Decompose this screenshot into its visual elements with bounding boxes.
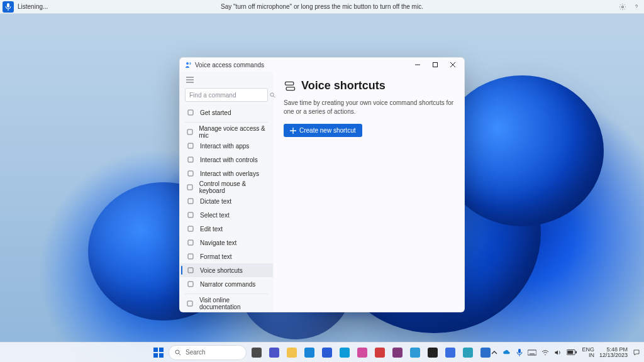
- nav-item-label: Visit online documentation: [199, 297, 267, 309]
- nav-item-label: Narrator commands: [200, 281, 255, 288]
- volume-icon[interactable]: [554, 349, 562, 356]
- clock[interactable]: 5:48 PM 12/13/2023: [599, 347, 628, 358]
- help-icon[interactable]: [633, 3, 640, 11]
- svg-rect-40: [528, 350, 536, 355]
- nav-item-icon: [186, 253, 195, 260]
- nav-item-label: Manage voice access & mic: [199, 125, 267, 139]
- nav-item-icon: [186, 184, 194, 191]
- mic-button[interactable]: [3, 1, 14, 13]
- taskbar-app-copilot[interactable]: [460, 345, 475, 360]
- svg-rect-17: [188, 157, 193, 162]
- svg-point-37: [175, 350, 179, 354]
- nav-item-label: Interact with controls: [200, 156, 258, 163]
- sidebar-item-control-mouse-keyboard[interactable]: Control mouse & keyboard: [180, 180, 273, 194]
- create-new-shortcut-button[interactable]: Create new shortcut: [284, 124, 362, 137]
- maximize-button[interactable]: [426, 58, 444, 72]
- svg-rect-33: [153, 348, 158, 352]
- sidebar-item-navigate-text[interactable]: Navigate text: [180, 236, 273, 250]
- taskbar-tray[interactable]: ENG IN 5:48 PM 12/13/2023: [491, 347, 640, 358]
- svg-rect-15: [187, 129, 192, 134]
- taskbar-app-snipping[interactable]: [372, 345, 387, 360]
- app-icon: [185, 61, 192, 69]
- hamburger-icon[interactable]: [180, 74, 273, 85]
- svg-rect-16: [188, 143, 193, 148]
- sidebar-item-manage-voice-access-mic[interactable]: Manage voice access & mic: [180, 125, 273, 139]
- minimize-button[interactable]: [409, 58, 426, 72]
- battery-icon[interactable]: [567, 349, 577, 355]
- taskbar-app-chat[interactable]: [267, 345, 282, 360]
- sidebar-item-dictate-text[interactable]: Dictate text: [180, 194, 273, 208]
- content-panel: Voice shortcuts Save time by creating yo…: [274, 72, 464, 312]
- voice-access-commands-window: Voice access commands Get startedManage …: [179, 57, 465, 312]
- sidebar-item-edit-text[interactable]: Edit text: [180, 222, 273, 236]
- settings-icon[interactable]: [619, 3, 626, 11]
- keyboard-icon[interactable]: [528, 349, 536, 356]
- start-button[interactable]: [151, 345, 166, 360]
- nav-item-icon: [186, 197, 195, 205]
- taskbar-app-explorer[interactable]: [284, 345, 299, 360]
- notifications-icon[interactable]: [633, 349, 640, 356]
- sidebar-item-visit-online-documentation[interactable]: Visit online documentation: [180, 297, 273, 309]
- sidebar-item-format-text[interactable]: Format text: [180, 250, 273, 263]
- svg-rect-27: [187, 301, 192, 306]
- nav-item-label: Interact with overlays: [200, 170, 259, 177]
- nav-item-icon: [186, 109, 195, 116]
- window-title: Voice access commands: [195, 62, 264, 69]
- svg-rect-0: [7, 3, 9, 8]
- titlebar[interactable]: Voice access commands: [180, 58, 464, 72]
- nav-item-label: Get started: [200, 109, 231, 116]
- sidebar-item-narrator-commands[interactable]: Narrator commands: [180, 277, 273, 291]
- input-language[interactable]: ENG IN: [582, 347, 594, 358]
- chevron-up-icon[interactable]: [491, 349, 497, 356]
- taskbar-app-todo[interactable]: [443, 345, 458, 360]
- svg-point-3: [186, 62, 189, 65]
- svg-point-1: [622, 6, 624, 8]
- sidebar-item-select-text[interactable]: Select text: [180, 208, 273, 222]
- command-search[interactable]: [185, 88, 268, 102]
- taskbar-app-task-view[interactable]: [249, 345, 264, 360]
- svg-line-38: [179, 353, 181, 355]
- panel-heading-text: Voice shortcuts: [301, 79, 386, 92]
- taskbar-app-accessibility[interactable]: [478, 345, 493, 360]
- sidebar-item-voice-shortcuts[interactable]: Voice shortcuts: [180, 263, 273, 277]
- sidebar-item-interact-with-controls[interactable]: Interact with controls: [180, 153, 273, 167]
- taskbar-app-paint[interactable]: [408, 345, 423, 360]
- voice-access-bar: Listening... Say "turn off microphone" o…: [0, 0, 644, 14]
- plus-icon: [290, 128, 296, 134]
- sidebar-item-interact-with-overlays[interactable]: Interact with overlays: [180, 167, 273, 180]
- svg-rect-35: [153, 353, 158, 358]
- taskbar-app-terminal[interactable]: [425, 345, 440, 360]
- sidebar-item-get-started[interactable]: Get started: [180, 106, 273, 119]
- nav-item-label: Voice shortcuts: [200, 267, 243, 274]
- svg-rect-20: [188, 199, 193, 204]
- svg-rect-39: [518, 349, 521, 353]
- nav-item-icon: [186, 156, 195, 163]
- svg-rect-29: [286, 82, 294, 85]
- sidebar-item-interact-with-apps[interactable]: Interact with apps: [180, 139, 273, 153]
- nav-item-label: Navigate text: [200, 239, 236, 246]
- wifi-icon[interactable]: [541, 349, 549, 356]
- panel-heading: Voice shortcuts: [284, 79, 454, 92]
- panel-description: Save time by creating your own voice com…: [284, 99, 454, 116]
- taskbar-app-onenote[interactable]: [390, 345, 405, 360]
- taskbar: Search ENG IN 5:48 PM 12/13/2023: [0, 342, 644, 362]
- nav-item-icon: [186, 225, 195, 233]
- svg-rect-30: [286, 87, 294, 90]
- taskbar-app-store[interactable]: [337, 345, 352, 360]
- taskbar-app-outlook[interactable]: [302, 345, 317, 360]
- search-input[interactable]: [189, 92, 269, 99]
- mic-tray-icon[interactable]: [516, 349, 523, 356]
- nav-separator: [185, 122, 268, 123]
- shortcuts-icon: [284, 80, 296, 92]
- taskbar-center: Search: [151, 345, 493, 360]
- svg-rect-18: [188, 171, 193, 176]
- onedrive-icon[interactable]: [502, 349, 511, 356]
- nav-item-icon: [186, 170, 195, 177]
- nav-item-label: Edit text: [200, 226, 223, 233]
- taskbar-search[interactable]: Search: [169, 345, 247, 360]
- svg-rect-19: [187, 185, 192, 190]
- taskbar-app-word[interactable]: [319, 345, 335, 360]
- svg-rect-14: [188, 110, 193, 115]
- close-button[interactable]: [444, 58, 462, 72]
- taskbar-app-photos[interactable]: [355, 345, 370, 360]
